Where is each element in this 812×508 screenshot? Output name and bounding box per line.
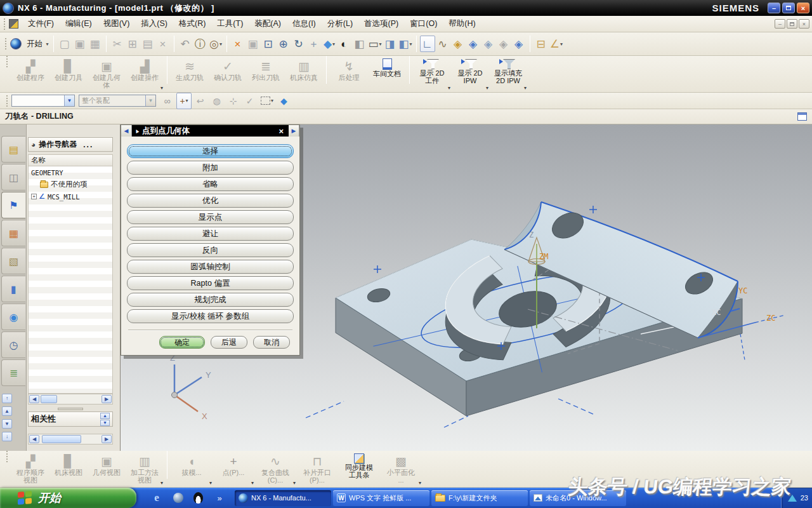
- menu-item[interactable]: 窗口(O): [404, 17, 443, 31]
- section-up-button[interactable]: ▲: [100, 413, 110, 419]
- toolbar-grip[interactable]: [4, 18, 6, 30]
- toolbar-button[interactable]: 显示 2D 工件▾: [413, 56, 451, 92]
- dialog-footer-button[interactable]: 后退: [211, 336, 247, 349]
- toolbar-grip[interactable]: [6, 95, 9, 107]
- toolbar-icon[interactable]: ▣: [72, 36, 88, 52]
- toolbar-icon[interactable]: ∠▾: [549, 36, 564, 52]
- menu-item[interactable]: 工具(T): [211, 17, 249, 31]
- toolbar-button[interactable]: ≋生成刀轨: [171, 56, 209, 92]
- toolbar-button[interactable]: 显示填充 2D IPW▾: [489, 56, 527, 92]
- restore-button[interactable]: [782, 3, 795, 13]
- toolbar-icon[interactable]: ▣: [246, 36, 261, 52]
- scroll-left-button[interactable]: ◀: [29, 435, 39, 443]
- menu-item[interactable]: 插入(S): [135, 17, 173, 31]
- toolbar-button[interactable]: 显示 2D IPW▾: [451, 56, 489, 92]
- tree-row-mcs-mill[interactable]: +∠MCS_MILL: [29, 190, 112, 203]
- toolbar-grip[interactable]: [5, 38, 8, 50]
- toolbar-button[interactable]: ▞创建程序: [11, 56, 49, 92]
- scroll-top-button[interactable]: ↑: [2, 394, 12, 403]
- toolbar-icon[interactable]: ⊡: [261, 36, 276, 52]
- close-button[interactable]: ×: [797, 3, 809, 13]
- toolbar-icon[interactable]: ◧▾: [398, 36, 413, 52]
- toolbar-button[interactable]: ▣创建几何 体: [88, 56, 126, 92]
- tree-row-unused-items[interactable]: 不使用的项: [29, 178, 112, 190]
- dialog-close-button[interactable]: ×: [275, 126, 287, 136]
- dialog-button[interactable]: 圆弧轴控制: [127, 260, 294, 274]
- prompt-window-icon[interactable]: [797, 112, 807, 121]
- dropdown-caret[interactable]: ▾: [209, 480, 212, 486]
- scroll-down-button[interactable]: ▼: [2, 419, 12, 429]
- dropdown-caret[interactable]: ▾: [524, 85, 527, 91]
- dropdown-arrow-icon[interactable]: ▼: [64, 95, 74, 106]
- toolbar-button[interactable]: ▣几何视图: [88, 451, 126, 487]
- menu-item[interactable]: 信息(I): [287, 17, 322, 31]
- dropdown-caret[interactable]: ▾: [419, 480, 421, 486]
- toolbar-button[interactable]: ▊创建刀具: [49, 56, 88, 92]
- toolbar-button[interactable]: ▥机床仿真: [285, 56, 323, 92]
- toolbar-icon[interactable]: ✂: [110, 36, 125, 52]
- nx-start-button[interactable]: [10, 36, 25, 52]
- minimize-button[interactable]: –: [768, 3, 780, 13]
- dropdown-caret[interactable]: ▾: [560, 41, 563, 47]
- resource-tab[interactable]: ⚑: [1, 192, 25, 218]
- toolbar-button[interactable]: ▟创建操作▾: [126, 56, 164, 92]
- menu-item[interactable]: 文件(F): [22, 17, 60, 31]
- menu-item[interactable]: 编辑(E): [60, 17, 98, 31]
- menu-item[interactable]: 分析(L): [322, 17, 358, 31]
- toolbar-icon[interactable]: ◈: [450, 36, 466, 52]
- scroll-bottom-button[interactable]: ↓: [2, 432, 12, 441]
- tree-horizontal-scrollbar[interactable]: ◀ ▶: [28, 394, 113, 404]
- toolbar-icon[interactable]: ↩: [193, 93, 208, 109]
- dropdown-caret[interactable]: ▾: [160, 85, 163, 91]
- quick-launch-icon[interactable]: »: [213, 491, 226, 504]
- toolbar-grip[interactable]: [6, 56, 9, 67]
- dropdown-caret[interactable]: ▾: [219, 41, 222, 47]
- tray-arrow-icon[interactable]: [788, 495, 797, 502]
- mdi-restore-button[interactable]: [787, 19, 797, 29]
- expand-icon[interactable]: +: [31, 194, 37, 199]
- resource-tab[interactable]: ◉: [1, 304, 25, 330]
- toolbar-icon[interactable]: +: [306, 36, 322, 52]
- toolbar-button[interactable]: ▊机床视图: [49, 451, 88, 487]
- mdi-minimize-button[interactable]: –: [775, 19, 785, 29]
- taskbar-task[interactable]: 未命名0 - Window...: [530, 490, 626, 506]
- mdi-close-button[interactable]: ×: [799, 19, 809, 29]
- toolbar-button[interactable]: ▞程序顺序 视图: [11, 451, 49, 487]
- start-menu-label[interactable]: 开始: [27, 39, 43, 50]
- toolbar-button[interactable]: ◖拔模...▾: [171, 451, 213, 487]
- toolbar-button[interactable]: ✓确认刀轨: [209, 56, 247, 92]
- toolbar-icon[interactable]: ∟: [420, 36, 435, 52]
- toolbar-button[interactable]: ▩小平面化 ...▾: [380, 451, 422, 487]
- toolbar-icon[interactable]: ⊕: [276, 36, 291, 52]
- resource-tab[interactable]: ▤: [1, 136, 25, 163]
- scroll-right-button[interactable]: ▶: [102, 395, 112, 403]
- toolbar-button[interactable]: ∿复合曲线 (C)...▾: [254, 451, 296, 487]
- dropdown-caret[interactable]: ▾: [379, 41, 382, 47]
- dialog-button[interactable]: 避让: [127, 227, 294, 241]
- menu-item[interactable]: 装配(A): [249, 17, 287, 31]
- taskbar-task[interactable]: WWPS 文字 抢鲜版 ...: [333, 490, 429, 506]
- dialog-forward-arrow-button[interactable]: ▶: [289, 125, 299, 137]
- dialog-back-arrow-button[interactable]: ◀: [121, 125, 132, 137]
- scrollbar-thumb[interactable]: [41, 395, 57, 403]
- dialog-button[interactable]: 省略: [127, 177, 294, 191]
- toolbar-icon[interactable]: ∿: [435, 36, 450, 52]
- toolbar-icon[interactable]: ◍: [209, 93, 225, 109]
- dialog-button[interactable]: 选择: [127, 144, 294, 158]
- toolbar-button[interactable]: ⊓补片开口 (P)...: [296, 451, 338, 487]
- section-down-button[interactable]: ▼: [100, 420, 110, 426]
- dialog-button[interactable]: Rapto 偏置: [127, 276, 294, 290]
- name-column-header[interactable]: 名称: [28, 154, 113, 166]
- quick-launch-icon[interactable]: [173, 493, 183, 503]
- dropdown-caret[interactable]: ▾: [448, 85, 450, 91]
- dialog-button[interactable]: 显示/校核 循环 参数组: [127, 309, 294, 323]
- dropdown-caret[interactable]: ▾: [271, 98, 273, 104]
- dropdown-caret[interactable]: ▾: [332, 41, 335, 47]
- toolbar-icon[interactable]: ◎▾: [208, 36, 223, 52]
- dropdown-caret[interactable]: ▾: [160, 480, 163, 486]
- toolbar-icon[interactable]: ∞: [160, 93, 175, 109]
- scroll-left-button[interactable]: ◀: [29, 395, 39, 403]
- toolbar-icon[interactable]: ◆▾: [322, 36, 337, 52]
- toolbar-icon[interactable]: ⊟: [534, 36, 549, 52]
- dialog-footer-button[interactable]: 确定: [159, 336, 205, 349]
